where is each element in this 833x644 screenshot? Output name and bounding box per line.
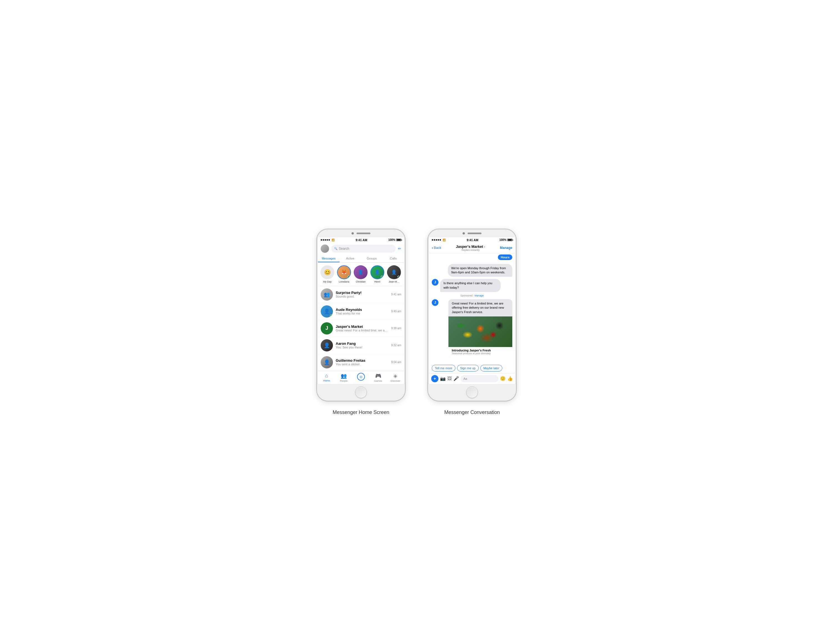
- loredana-avatar: 🦊: [337, 265, 351, 279]
- story-christian[interactable]: 👤 Christian: [354, 265, 368, 283]
- phone-screen-conv: 📶 9:41 AM 100% ‹ Back: [429, 237, 515, 384]
- status-time-conv: 9:41 AM: [467, 238, 478, 242]
- camera-input-icon[interactable]: 📷: [440, 376, 445, 381]
- search-bar[interactable]: 🔍 Search: [331, 245, 396, 253]
- tab-messages[interactable]: Messages: [318, 254, 339, 262]
- battery-icon-conv: [507, 239, 512, 241]
- back-button[interactable]: ‹ Back: [432, 245, 441, 250]
- nav-people[interactable]: 👥 People: [335, 371, 352, 384]
- games-icon: 🎮: [375, 373, 381, 379]
- tab-groups[interactable]: Groups: [361, 254, 383, 262]
- msg-preview-aaron: You: See you there!: [336, 346, 388, 349]
- search-icon-home: 🔍: [334, 247, 338, 250]
- msg-avatar-surprise: 👥: [321, 288, 333, 301]
- story-myday[interactable]: 😊 My Day: [320, 265, 334, 283]
- conv-header-actions: Manage: [500, 246, 512, 250]
- battery-fill-conv: [508, 239, 512, 241]
- story-henri[interactable]: 👤 Henri: [370, 265, 384, 283]
- henri-label: Henri: [374, 280, 380, 283]
- signal-dot-3: [325, 239, 326, 241]
- sponsored-label: Sponsored · Manage: [432, 294, 512, 297]
- nav-discover[interactable]: ◈ Discover: [387, 371, 404, 384]
- speaker-home: [357, 233, 370, 234]
- christian-label: Christian: [356, 280, 366, 283]
- loredana-label: Loredana: [339, 280, 349, 283]
- battery-pct-conv: 100%: [499, 238, 507, 242]
- conv-title: Jasper's Market ›: [444, 245, 498, 249]
- bubble-bot-1: J Is there anything else I can help you …: [432, 279, 512, 292]
- wifi-icon-home: 📶: [331, 239, 334, 242]
- message-input[interactable]: Aa: [461, 375, 499, 382]
- msg-surprise[interactable]: 👥 Surprise Party! Sounds good. 9:41 am: [318, 286, 404, 303]
- msg-name-jasper: Jasper's Market: [336, 325, 388, 328]
- message-list: 👥 Surprise Party! Sounds good. 9:41 am 👤: [318, 286, 404, 371]
- msg-preview-aude: That works for me: [336, 312, 388, 315]
- nav-games[interactable]: 🎮 Games: [370, 371, 387, 384]
- loredana-online: [347, 275, 350, 279]
- conv-title-area: Jasper's Market › Replies instantly: [444, 245, 498, 251]
- battery-pct-home: 100%: [388, 238, 396, 242]
- nav-people-label: People: [340, 380, 347, 382]
- jasper-avatar-conv: J: [432, 279, 439, 286]
- ad-footer-title: Introducing Jasper's Fresh: [452, 349, 509, 352]
- home-icon: ⌂: [325, 373, 328, 379]
- tabs-row: Messages Active Groups Calls: [318, 254, 404, 262]
- emoji-icon[interactable]: 🙂: [500, 376, 506, 381]
- phone-screen-home: 📶 9:41 AM 100% 🔍 Search: [318, 237, 404, 384]
- henri-online: [381, 275, 383, 279]
- ad-card[interactable]: Great news! For a limited time, we are o…: [449, 299, 512, 357]
- tab-active[interactable]: Active: [339, 254, 361, 262]
- hours-button[interactable]: Hours: [498, 254, 512, 260]
- ad-footer: Introducing Jasper's Fresh Seasonal prod…: [449, 347, 512, 357]
- ad-footer-sub: Seasonal produce at your doorstep: [452, 352, 509, 355]
- compose-icon[interactable]: ✏: [398, 246, 401, 251]
- status-right-conv: 100%: [499, 238, 512, 242]
- signal-dot-c3: [436, 239, 437, 241]
- plus-button[interactable]: +: [431, 375, 439, 382]
- user-avatar-home[interactable]: [321, 245, 329, 253]
- msg-aude[interactable]: 👤 Aude Reynolds That works for me 9:40 a…: [318, 303, 404, 320]
- signal-dot-1: [321, 239, 322, 241]
- sign-up-button[interactable]: Sign me up: [457, 365, 479, 372]
- mic-input-icon[interactable]: 🎤: [453, 376, 459, 381]
- phone-home: 📶 9:41 AM 100% 🔍 Search: [317, 229, 405, 401]
- home-button-home[interactable]: [355, 386, 367, 398]
- chevron-left-icon: ‹: [432, 245, 433, 250]
- msg-avatar-aaron: 👤: [321, 339, 333, 351]
- msg-aaron[interactable]: 👤 Aaron Fang You: See you there! 9:32 am: [318, 337, 404, 354]
- msg-jasper[interactable]: J Jasper's Market Great news! For a limi…: [318, 320, 404, 337]
- msg-guillermo[interactable]: 👤 Guillermo Freitas You sent a sticker. …: [318, 354, 404, 371]
- nav-camera[interactable]: ◎: [352, 371, 370, 384]
- christian-avatar: 👤: [354, 265, 368, 279]
- msg-avatar-aude: 👤: [321, 305, 333, 317]
- home-button-conv[interactable]: [466, 386, 478, 398]
- like-icon[interactable]: 👍: [507, 376, 513, 381]
- phone-top-bar-home: [317, 230, 405, 237]
- story-jeanm[interactable]: 👤 Jean-M…: [387, 265, 401, 283]
- tell-more-button[interactable]: Tell me more: [432, 365, 455, 372]
- fruits-image: [449, 316, 512, 347]
- bottom-nav-home: ⌂ Home 👥 People ◎ 🎮 Games: [318, 371, 404, 384]
- phone-top-bar-conv: [428, 230, 516, 237]
- bubble-hours-reply: We're open Monday through Friday from 9a…: [448, 264, 512, 277]
- signal-dot-c1: [432, 239, 433, 241]
- manage-button[interactable]: Manage: [500, 246, 512, 250]
- tab-calls[interactable]: Calls: [383, 254, 404, 262]
- msg-preview-jasper: Great news! For a limited time, we are..…: [336, 328, 388, 332]
- conv-header: ‹ Back Jasper's Market › Replies instant…: [429, 243, 515, 253]
- battery-fill-home: [397, 239, 401, 241]
- story-loredana[interactable]: 🦊 Loredana: [337, 265, 351, 283]
- signal-dot-c2: [434, 239, 435, 241]
- phones-container: 📶 9:41 AM 100% 🔍 Search: [317, 229, 516, 415]
- photo-input-icon[interactable]: 🖼: [447, 376, 452, 381]
- myday-label: My Day: [323, 280, 332, 283]
- msg-name-aaron: Aaron Fang: [336, 341, 388, 346]
- nav-discover-label: Discover: [391, 380, 400, 382]
- jasper-avatar-ad: J: [432, 299, 439, 306]
- nav-home[interactable]: ⌂ Home: [318, 371, 335, 384]
- signal-dot-2: [323, 239, 324, 241]
- manage-link[interactable]: Manage: [474, 294, 484, 297]
- jeanm-label: Jean-M…: [388, 280, 399, 283]
- maybe-later-button[interactable]: Maybe later: [480, 365, 502, 372]
- wifi-icon-conv: 📶: [442, 239, 445, 242]
